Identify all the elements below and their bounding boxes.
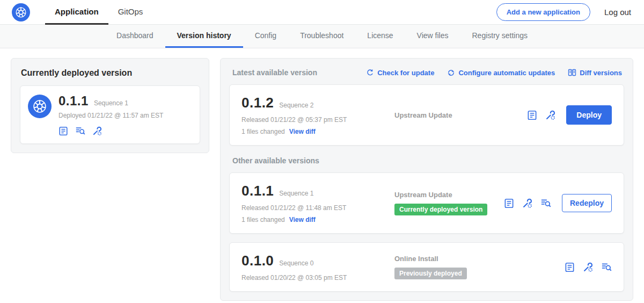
release-notes-icon: [565, 262, 575, 272]
logout-link[interactable]: Log out: [604, 8, 631, 17]
version-source-cell: Online Install Previously deployed: [394, 255, 565, 279]
previously-deployed-badge: Previously deployed: [394, 268, 467, 279]
subnav-tab-license-label: License: [367, 31, 393, 40]
version-row-0-1-1: 0.1.1 Sequence 1 Released 01/21/22 @ 11:…: [229, 172, 624, 234]
subnav-tab-dashboard[interactable]: Dashboard: [105, 25, 165, 48]
deployed-timestamp: Deployed 01/21/22 @ 11:57 am EST: [58, 112, 163, 119]
released-timestamp: Released 01/21/22 @ 11:48 am EST: [241, 204, 394, 212]
release-notes-button[interactable]: [565, 262, 575, 272]
deploy-button[interactable]: Deploy: [566, 105, 612, 125]
preflight-button[interactable]: [75, 126, 85, 136]
diff-icon: [568, 68, 576, 77]
subnav-tab-troubleshoot-label: Troubleshoot: [300, 31, 343, 40]
app-subnav: Dashboard Version history Config Trouble…: [0, 25, 644, 48]
latest-version-title: Latest available version: [232, 68, 366, 77]
deployed-version-number: 0.1.1: [58, 93, 89, 109]
view-diff-link[interactable]: View diff: [289, 128, 316, 135]
version-source-cell: Upstream Update Currently deployed versi…: [394, 191, 504, 215]
subnav-tab-view-files-label: View files: [417, 31, 449, 40]
subnav-tab-version-history[interactable]: Version history: [165, 25, 243, 48]
config-icon: [92, 126, 102, 136]
subnav-tab-license[interactable]: License: [355, 25, 405, 48]
subnav-tab-view-files[interactable]: View files: [405, 25, 460, 48]
version-actions: Redeploy: [504, 194, 612, 212]
version-info: 0.1.1 Sequence 1 Released 01/21/22 @ 11:…: [241, 183, 394, 223]
config-button[interactable]: [545, 110, 555, 120]
deployed-version-card: 0.1.1 Sequence 1 Deployed 01/21/22 @ 11:…: [20, 85, 200, 144]
config-icon: [583, 262, 593, 272]
versions-panel-actions: Check for update Configure automatic upd…: [366, 68, 622, 77]
config-button[interactable]: [522, 198, 532, 208]
preflight-icon: [601, 262, 612, 272]
version-history-panel: Latest available version Check for updat…: [220, 58, 633, 301]
subnav-tab-config[interactable]: Config: [243, 25, 288, 48]
version-row-0-1-2: 0.1.2 Sequence 2 Released 01/21/22 @ 05:…: [229, 84, 624, 146]
app-logo-icon: [28, 95, 52, 118]
view-diff-link[interactable]: View diff: [289, 216, 316, 223]
other-versions-title: Other available versions: [232, 156, 622, 165]
deployed-sequence: Sequence 1: [94, 99, 128, 107]
version-info: 0.1.0 Sequence 0 Released 01/20/22 @ 03:…: [241, 252, 394, 282]
automatic-updates-icon: [447, 69, 455, 77]
version-info: 0.1.2 Sequence 2 Released 01/21/22 @ 05:…: [241, 95, 394, 135]
version-sequence: Sequence 0: [279, 259, 313, 267]
files-changed: 1 files changed: [241, 216, 285, 223]
subnav-tab-registry-settings-label: Registry settings: [472, 31, 528, 40]
version-number: 0.1.2: [241, 95, 274, 111]
subnav-tab-registry-settings[interactable]: Registry settings: [460, 25, 539, 48]
preflight-icon: [75, 126, 85, 136]
check-for-update-button[interactable]: Check for update: [366, 69, 434, 77]
preflight-icon: [540, 198, 551, 208]
diff-versions-button[interactable]: Diff versions: [568, 68, 622, 77]
subnav-tab-troubleshoot[interactable]: Troubleshoot: [288, 25, 355, 48]
check-for-update-label: Check for update: [377, 69, 434, 77]
add-application-button[interactable]: Add a new application: [496, 3, 590, 21]
config-icon: [545, 110, 555, 120]
version-row-0-1-0: 0.1.0 Sequence 0 Released 01/20/22 @ 03:…: [229, 242, 624, 292]
config-button[interactable]: [92, 126, 102, 136]
release-notes-icon: [504, 198, 514, 208]
tab-gitops-label: GitOps: [118, 7, 143, 16]
version-source: Upstream Update: [394, 191, 504, 199]
release-notes-icon: [527, 110, 537, 120]
top-bar: Application GitOps Add a new application…: [0, 0, 644, 25]
tab-gitops[interactable]: GitOps: [108, 0, 153, 25]
version-source: Online Install: [394, 255, 565, 263]
kubernetes-logo-icon: [12, 3, 30, 21]
redeploy-button[interactable]: Redeploy: [562, 194, 612, 212]
release-notes-button[interactable]: [504, 198, 514, 208]
released-timestamp: Released 01/21/22 @ 05:37 pm EST: [241, 116, 394, 124]
files-changed: 1 files changed: [241, 128, 285, 135]
version-number: 0.1.1: [241, 183, 274, 199]
currently-deployed-panel: Currently deployed version 0.1.1 Sequenc…: [11, 58, 209, 153]
version-sequence: Sequence 2: [279, 102, 313, 109]
version-number: 0.1.0: [241, 252, 274, 269]
diff-versions-label: Diff versions: [580, 69, 622, 77]
versions-panel-header: Latest available version Check for updat…: [232, 68, 622, 77]
preflight-button[interactable]: [601, 262, 612, 272]
configure-automatic-updates-label: Configure automatic updates: [458, 69, 555, 77]
version-actions: [565, 262, 612, 272]
config-button[interactable]: [583, 262, 593, 272]
config-icon: [522, 198, 532, 208]
released-timestamp: Released 01/20/22 @ 03:05 pm EST: [241, 274, 394, 282]
tab-application-label: Application: [55, 7, 99, 16]
subnav-tab-config-label: Config: [255, 31, 276, 40]
currently-deployed-badge: Currently deployed version: [394, 204, 487, 215]
version-source: Upstream Update: [394, 111, 527, 119]
version-source-cell: Upstream Update: [394, 111, 527, 119]
deployed-actions: [58, 126, 163, 136]
release-notes-button[interactable]: [527, 110, 537, 120]
deployed-version-info: 0.1.1 Sequence 1 Deployed 01/21/22 @ 11:…: [58, 93, 163, 136]
tab-application[interactable]: Application: [45, 0, 108, 25]
currently-deployed-title: Currently deployed version: [21, 68, 199, 78]
preflight-button[interactable]: [540, 198, 551, 208]
release-notes-button[interactable]: [58, 126, 68, 136]
refresh-icon: [366, 69, 374, 77]
main-content: Currently deployed version 0.1.1 Sequenc…: [0, 48, 644, 303]
version-actions: Deploy: [527, 105, 612, 125]
version-sequence: Sequence 1: [279, 190, 313, 197]
configure-automatic-updates-button[interactable]: Configure automatic updates: [447, 69, 555, 77]
subnav-tab-version-history-label: Version history: [177, 31, 231, 40]
subnav-tab-dashboard-label: Dashboard: [116, 31, 153, 40]
